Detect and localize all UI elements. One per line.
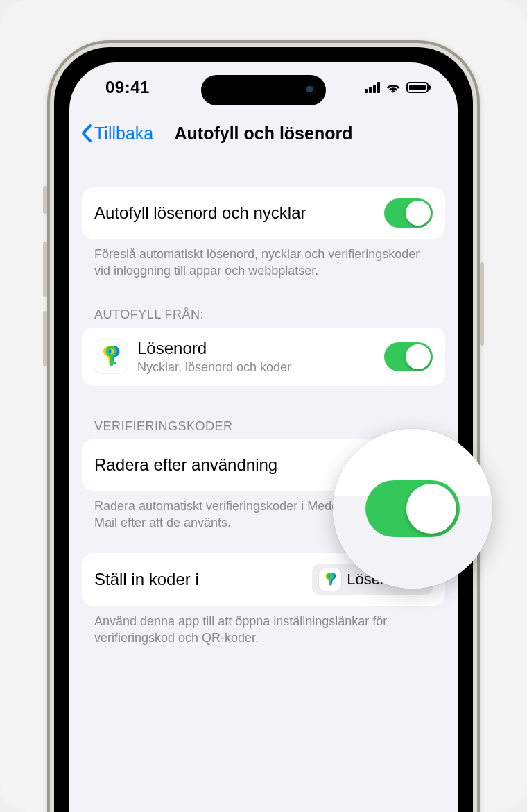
mute-switch xyxy=(43,186,47,214)
provider-name: Lösenord xyxy=(137,339,374,358)
dynamic-island xyxy=(201,75,326,105)
wifi-icon xyxy=(386,82,401,93)
side-button xyxy=(480,262,484,346)
phone-frame: 09:41 xyxy=(47,40,480,812)
group-autofill: Autofyll lösenord och nycklar Föreslå au… xyxy=(82,187,445,288)
status-indicators xyxy=(365,82,429,93)
cell-label: Ställ in koder i xyxy=(94,570,302,589)
back-button[interactable]: Tillbaka xyxy=(76,124,153,144)
toggle-knob xyxy=(406,344,431,369)
cellular-signal-icon xyxy=(365,82,380,93)
toggle-knob xyxy=(406,201,431,226)
cell-label: Radera efter användning xyxy=(94,455,374,475)
canvas: 09:41 xyxy=(0,0,527,812)
toggle-delete-after-use-zoom xyxy=(365,480,460,537)
back-label: Tillbaka xyxy=(94,124,153,144)
toggle-knob xyxy=(406,484,456,534)
cell-provider-passwords[interactable]: Lösenord Nycklar, lösenord och koder xyxy=(82,328,445,386)
front-camera xyxy=(305,85,316,96)
page-title: Autofyll och lösenord xyxy=(175,124,353,143)
cell-label: Autofyll lösenord och nycklar xyxy=(94,203,374,223)
passwords-app-icon xyxy=(319,568,341,591)
battery-icon xyxy=(406,82,429,93)
status-time: 09:41 xyxy=(105,78,150,97)
chevron-left-icon xyxy=(80,124,93,143)
cell-autofill-passwords[interactable]: Autofyll lösenord och nycklar xyxy=(82,187,445,239)
navigation-bar: Tillbaka Autofyll och lösenord xyxy=(69,112,458,154)
magnifier-callout xyxy=(333,429,492,589)
svg-rect-8 xyxy=(110,361,116,364)
toggle-provider-passwords[interactable] xyxy=(384,342,433,371)
group-footer: Använd denna app till att öppna inställn… xyxy=(82,606,445,655)
passwords-app-icon xyxy=(94,340,128,373)
volume-up-button xyxy=(43,242,47,297)
group-header: AUTOFYLL FRÅN: xyxy=(82,295,445,328)
toggle-autofill-passwords[interactable] xyxy=(384,198,433,228)
provider-sub: Nycklar, lösenord och koder xyxy=(137,360,374,375)
group-footer: Föreslå automatiskt lösenord, nycklar oc… xyxy=(82,239,445,288)
group-autofill-from: AUTOFYLL FRÅN: xyxy=(82,295,445,386)
svg-rect-14 xyxy=(329,577,331,585)
volume-down-button xyxy=(43,311,47,366)
